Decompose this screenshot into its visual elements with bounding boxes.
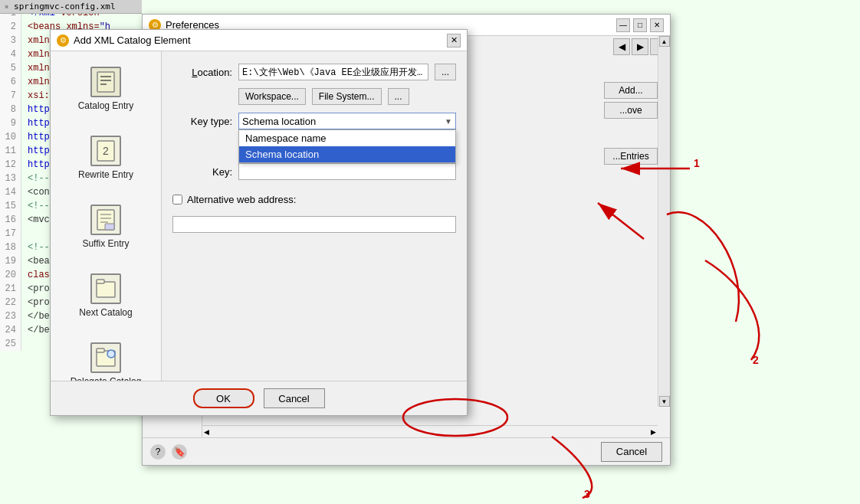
suffix-entry-label: Suffix Entry: [82, 238, 129, 249]
suffix-entry-icon: [90, 205, 121, 235]
catalog-entry-item[interactable]: Catalog Entry: [75, 64, 137, 114]
scroll-up-btn[interactable]: ▲: [659, 36, 670, 47]
pref-bookmark-icon[interactable]: 🔖: [172, 444, 187, 460]
next-catalog-item[interactable]: Next Catalog: [76, 270, 135, 321]
preferences-close-btn[interactable]: ✕: [650, 18, 664, 32]
preferences-maximize-btn[interactable]: □: [633, 18, 647, 32]
pref-cancel-btn[interactable]: Cancel: [601, 442, 662, 462]
editor-tab[interactable]: ✖ springmvc-config.xml: [0, 0, 142, 14]
keytype-label: Key type:: [172, 116, 232, 127]
location-row: Location: ...: [172, 64, 456, 80]
add-catalog-dialog: ⚙ Add XML Catalog Element ✕ Catalog Entr…: [50, 29, 468, 416]
dialog-icon: ⚙: [57, 34, 69, 47]
svg-rect-12: [97, 280, 104, 283]
keytype-selected-value: Schema location: [242, 116, 316, 127]
location-label: Location:: [172, 67, 232, 78]
rewrite-entry-label: Rewrite Entry: [78, 169, 133, 180]
dialog-title: Add XML Catalog Element: [74, 34, 191, 46]
ok-button[interactable]: OK: [193, 388, 254, 408]
pref-help-icon[interactable]: ?: [150, 444, 166, 460]
delegate-catalog-icon: [90, 342, 121, 373]
editor-filename: springmvc-config.xml: [14, 2, 115, 11]
preferences-bottom: ? 🔖 Cancel: [143, 437, 670, 465]
scroll-down-btn[interactable]: ▼: [659, 396, 670, 407]
next-catalog-label: Next Catalog: [79, 307, 132, 318]
scroll-left-btn[interactable]: ◀: [202, 428, 211, 436]
alt-web-input[interactable]: [172, 216, 456, 233]
delegate-catalog-item[interactable]: Delegate Catalog: [67, 339, 145, 381]
cancel-button[interactable]: Cancel: [264, 388, 325, 408]
dialog-right-panel: Location: ... Workspace... File System..…: [162, 51, 467, 381]
alt-web-label: Alternative web address:: [187, 194, 296, 205]
extra-dots-btn[interactable]: ...: [388, 88, 409, 105]
svg-rect-14: [97, 349, 104, 352]
rewrite-entry-item[interactable]: 2 Rewrite Entry: [75, 133, 136, 183]
dialog-titlebar: ⚙ Add XML Catalog Element ✕: [51, 30, 467, 51]
suffix-entry-item[interactable]: Suffix Entry: [79, 201, 132, 252]
keytype-dropdown-menu: Namespace name Schema location: [238, 129, 456, 163]
keytype-dropdown-arrow: ▼: [445, 117, 452, 126]
workspace-btn[interactable]: Workspace...: [238, 88, 306, 105]
entries-btn[interactable]: ...Entries: [604, 148, 658, 165]
workspace-row: Workspace... File System... ...: [172, 88, 456, 105]
location-input[interactable]: [238, 64, 428, 80]
entries-button-area: Add... ...ove ...Entries: [604, 82, 658, 165]
dialog-buttons: OK Cancel: [51, 381, 467, 415]
dialog-left-panel: Catalog Entry 2 Rewrite Entry: [51, 51, 162, 381]
next-catalog-icon: [90, 273, 121, 304]
key-label: Key:: [172, 166, 232, 178]
key-input[interactable]: [238, 163, 456, 180]
svg-rect-0: [97, 72, 114, 92]
pref-scrollbar[interactable]: ▲ ▼: [658, 36, 670, 407]
rewrite-entry-icon: 2: [90, 136, 121, 166]
filesystem-btn[interactable]: File System...: [312, 88, 382, 105]
keytype-row: Key type: Schema location ▼ Namespace na…: [172, 113, 456, 129]
scroll-right-btn[interactable]: ▶: [649, 428, 658, 436]
svg-point-15: [107, 350, 115, 358]
alt-web-checkbox[interactable]: [172, 195, 182, 205]
keytype-option-schema[interactable]: Schema location: [239, 146, 455, 162]
key-row: Key:: [172, 163, 456, 180]
editor-tab-icon: ✖: [5, 3, 8, 11]
alt-web-input-row: [172, 213, 456, 233]
keytype-dropdown-wrapper: Schema location ▼ Namespace name Schema …: [238, 113, 456, 129]
keytype-option-namespace[interactable]: Namespace name: [239, 130, 455, 146]
svg-rect-10: [105, 224, 114, 230]
catalog-entry-icon: [90, 67, 121, 97]
catalog-entry-label: Catalog Entry: [78, 100, 134, 111]
preferences-minimize-btn[interactable]: —: [616, 18, 630, 32]
scroll-track: [659, 47, 670, 396]
dialog-body: Catalog Entry 2 Rewrite Entry: [51, 51, 467, 381]
add-entries-btn[interactable]: Add...: [604, 82, 658, 99]
location-browse-btn[interactable]: ...: [435, 64, 456, 80]
pref-hscrollbar: ◀ ▶: [202, 425, 658, 437]
svg-rect-11: [97, 282, 115, 297]
edit-entries-btn[interactable]: ...ove: [604, 102, 658, 119]
keytype-dropdown[interactable]: Schema location ▼: [238, 113, 456, 129]
alt-web-row: Alternative web address:: [172, 194, 456, 205]
svg-text:2: 2: [103, 145, 109, 157]
dialog-close-btn[interactable]: ✕: [447, 34, 461, 47]
